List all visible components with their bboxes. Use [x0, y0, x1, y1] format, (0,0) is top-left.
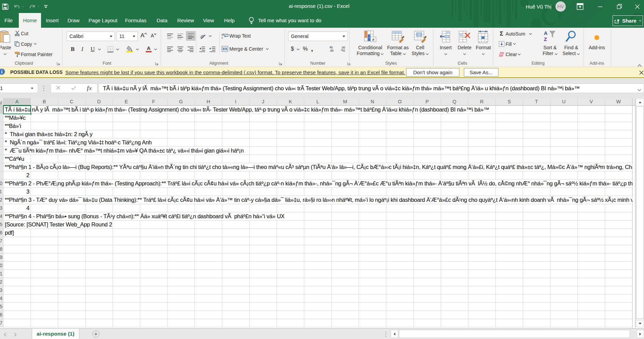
sheet-tab-active[interactable]: ai-response (1): [32, 329, 79, 339]
fill-handle[interactable]: [30, 113, 32, 115]
horizontal-scroll-thumb[interactable]: [399, 330, 630, 338]
row-header-23[interactable]: 23: [0, 286, 3, 294]
customize-qat-icon[interactable]: [44, 5, 48, 9]
row-header-20[interactable]: 20: [0, 262, 3, 270]
bottom-align-button[interactable]: [186, 31, 196, 41]
scroll-up-icon[interactable]: [636, 99, 644, 106]
bold-button[interactable]: B: [71, 46, 75, 53]
row-cells[interactable]: [3, 319, 632, 327]
avatar[interactable]: HV: [555, 1, 566, 12]
font-family-combo[interactable]: Calibri: [67, 31, 115, 41]
row-header-25[interactable]: 25: [0, 303, 3, 311]
formula-bar-grip[interactable]: [43, 86, 44, 91]
tell-me-box[interactable]: Tell me what you want to do: [249, 13, 321, 28]
row-header-17[interactable]: 17: [0, 237, 3, 245]
message-bar-text[interactable]: Some features might be lost if you save …: [65, 69, 405, 75]
column-header-U[interactable]: U: [550, 98, 578, 105]
increase-font-button[interactable]: A: [140, 32, 147, 39]
tab-data[interactable]: Data: [155, 13, 169, 28]
increase-decimal-button[interactable]: .0.00: [329, 46, 336, 52]
row-header-9[interactable]: 9: [0, 171, 3, 179]
format-painter-button[interactable]: Format Painter: [13, 52, 53, 57]
scroll-right-icon[interactable]: [636, 330, 644, 338]
tab-formulas[interactable]: Formulas: [124, 13, 147, 28]
row-header-18[interactable]: 18: [0, 245, 3, 253]
row-cells[interactable]: [3, 253, 632, 261]
column-header-S[interactable]: S: [496, 98, 523, 105]
cancel-icon[interactable]: [56, 85, 61, 91]
column-header-R[interactable]: R: [468, 98, 496, 105]
row-header-8[interactable]: 8: [0, 163, 3, 171]
fill-button[interactable]: Fill: [497, 41, 517, 47]
top-align-button[interactable]: [167, 34, 173, 39]
row-header-7[interactable]: 7: [0, 155, 3, 163]
row-header-5[interactable]: 5: [0, 139, 3, 146]
tab-page-layout[interactable]: Page Layout: [88, 13, 118, 28]
horizontal-scrollbar[interactable]: [391, 330, 644, 338]
row-cells[interactable]: [3, 204, 632, 212]
merge-center-button[interactable]: Merge & Center: [220, 46, 271, 52]
column-header-G[interactable]: G: [167, 98, 195, 105]
italic-button[interactable]: I: [81, 46, 83, 53]
row-cells[interactable]: [3, 171, 632, 179]
column-header-F[interactable]: F: [140, 98, 167, 105]
comma-style-button[interactable]: ,: [311, 45, 313, 53]
row-header-15[interactable]: 15: [0, 221, 3, 229]
tab-review[interactable]: Review: [176, 13, 195, 28]
formula-input[interactable]: TÃ i liá»‡u nÃ y lÃ má»™t bÃ i táºp kiá»…: [98, 83, 644, 93]
formula-bar-expand-icon[interactable]: [638, 87, 641, 93]
decrease-indent-button[interactable]: [199, 47, 205, 52]
row-cells[interactable]: [3, 278, 632, 286]
row-cells[interactable]: [3, 245, 632, 253]
row-header-26[interactable]: 26: [0, 311, 3, 319]
align-center-button[interactable]: [177, 47, 184, 52]
column-header-D[interactable]: D: [85, 98, 113, 105]
row-header-4[interactable]: 4: [0, 130, 3, 138]
accounting-format-button[interactable]: $: [291, 46, 294, 52]
row-cells[interactable]: [3, 303, 632, 311]
row-cells[interactable]: [3, 295, 632, 302]
fill-color-dropdown-icon[interactable]: [136, 49, 139, 50]
font-color-dropdown-icon[interactable]: [154, 49, 157, 50]
column-header-B[interactable]: B: [31, 98, 58, 105]
decrease-decimal-button[interactable]: .00.0: [340, 46, 348, 52]
column-header-K[interactable]: K: [277, 98, 304, 105]
select-all-corner[interactable]: [0, 98, 3, 105]
row-cells[interactable]: [3, 122, 632, 130]
row-header-19[interactable]: 19: [0, 253, 3, 261]
row-header-11[interactable]: 11: [0, 188, 3, 196]
underline-dropdown-icon[interactable]: [98, 49, 101, 50]
orientation-button[interactable]: ab: [200, 33, 207, 39]
column-header-C[interactable]: C: [58, 98, 85, 105]
middle-align-button[interactable]: [177, 34, 184, 39]
format-cells-button[interactable]: Format: [473, 30, 493, 56]
increase-indent-button[interactable]: [209, 47, 216, 52]
message-bar-close-icon[interactable]: [639, 70, 644, 76]
close-button[interactable]: [631, 0, 644, 13]
row-header-14[interactable]: 14: [0, 212, 3, 220]
clear-button[interactable]: Clear: [497, 52, 522, 57]
ribbon-display-options-icon[interactable]: [577, 3, 583, 11]
row-cells[interactable]: [3, 155, 632, 163]
number-format-combo[interactable]: General: [288, 31, 348, 41]
account-area[interactable]: Huê Vũ Thị HV: [526, 0, 566, 13]
row-cells[interactable]: [3, 114, 632, 122]
row-header-13[interactable]: 13: [0, 204, 3, 212]
redo-icon[interactable]: [29, 4, 39, 10]
column-header-W[interactable]: W: [605, 98, 632, 105]
column-header-O[interactable]: O: [386, 98, 414, 105]
wrap-text-button[interactable]: abc Wrap Text: [220, 33, 251, 39]
autosum-button[interactable]: Σ AutoSum: [497, 30, 536, 37]
row-cells[interactable]: [3, 262, 632, 270]
column-header-T[interactable]: T: [523, 98, 550, 105]
vertical-scrollbar[interactable]: [635, 98, 644, 328]
row-cells[interactable]: [3, 311, 632, 319]
row-cells[interactable]: [3, 237, 632, 245]
enter-icon[interactable]: [71, 85, 76, 91]
name-box[interactable]: A1: [0, 83, 38, 93]
new-sheet-button[interactable]: [92, 330, 99, 338]
column-header-E[interactable]: E: [113, 98, 140, 105]
row-header-3[interactable]: 3: [0, 122, 3, 130]
row-header-12[interactable]: 12: [0, 196, 3, 204]
row-cells[interactable]: [3, 229, 632, 237]
